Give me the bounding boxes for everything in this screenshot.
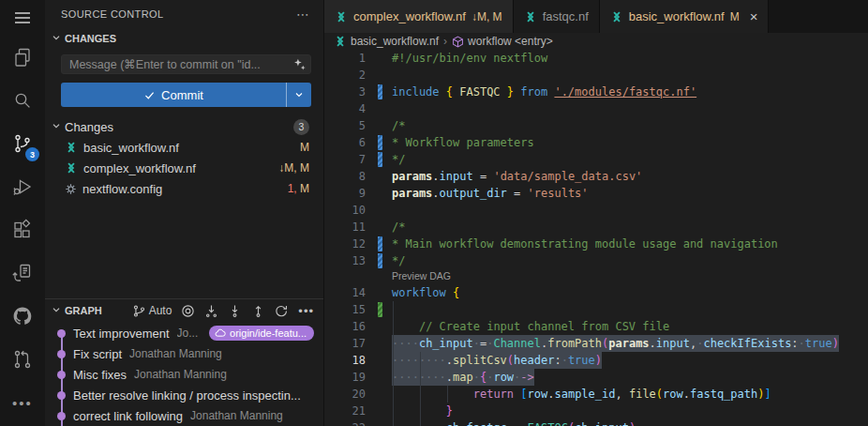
- code-text: */: [392, 252, 405, 269]
- breadcrumb-file[interactable]: basic_workflow.nf: [334, 35, 439, 48]
- tab-status-badge: M: [730, 10, 740, 23]
- code-line[interactable]: 4: [324, 100, 868, 117]
- file-name: complex_workflow.nf: [83, 161, 196, 175]
- code-text: include { FASTQC } from './modules/fastq…: [392, 84, 696, 100]
- code-line[interactable]: 5/*: [324, 117, 868, 134]
- code-line[interactable]: 20 return [row.sample_id, file(row.fastq…: [324, 386, 868, 403]
- push-icon[interactable]: [251, 304, 265, 318]
- code-line[interactable]: 15: [324, 301, 868, 318]
- scm-file-row[interactable]: nextflow.config1, M: [45, 178, 323, 199]
- code-line[interactable]: 18········.splitCsv(header:·true): [324, 352, 868, 369]
- gutter: [366, 67, 392, 84]
- tab-status-badge: ↓M, M: [471, 10, 502, 23]
- nextflow-icon: [610, 10, 623, 23]
- line-number: 21: [324, 403, 366, 419]
- scm-badge: 3: [25, 147, 39, 161]
- close-icon[interactable]: ×: [750, 9, 758, 23]
- code-line[interactable]: 14workflow {: [324, 284, 868, 301]
- gutter-change-marker: [378, 152, 382, 167]
- commit-row[interactable]: correct link followingJonathan Manning: [45, 405, 323, 426]
- menu-icon[interactable]: [0, 0, 45, 36]
- extensions-icon[interactable]: [0, 208, 45, 251]
- activity-bar: 3 •••: [0, 0, 45, 426]
- code-line[interactable]: 21 }: [324, 403, 868, 419]
- target-icon[interactable]: [181, 304, 195, 318]
- code-line[interactable]: 1#!/usr/bin/env nextflow: [324, 50, 868, 67]
- refresh-icon[interactable]: [275, 304, 289, 318]
- more-actions-icon[interactable]: •••: [0, 381, 45, 424]
- gutter: [366, 185, 392, 202]
- panel-title-row: SOURCE CONTROL ⋯: [45, 0, 323, 28]
- changes-tree-label: Changes: [65, 120, 113, 134]
- chevron-down-icon: [50, 119, 63, 135]
- code-line[interactable]: 17····ch_input·=·Channel.fromPath(params…: [324, 335, 868, 352]
- changes-tree-header[interactable]: Changes 3: [45, 116, 323, 137]
- fetch-icon[interactable]: [204, 304, 218, 318]
- code-text: /*: [392, 219, 405, 236]
- graph-toolbar: Auto •••: [132, 304, 314, 318]
- pull-icon[interactable]: [228, 304, 242, 318]
- branch-pill[interactable]: origin/ide-featu...: [209, 326, 314, 341]
- line-number: 10: [324, 202, 366, 219]
- code-line[interactable]: 22 ch_fastqc = FASTQC(ch_input): [324, 419, 868, 426]
- commit-dropdown-button[interactable]: [286, 83, 311, 107]
- gutter: [366, 100, 392, 117]
- tab[interactable]: complex_workflow.nf↓M, M: [324, 0, 514, 33]
- references-icon[interactable]: [0, 251, 45, 295]
- commit-button[interactable]: Commit: [61, 83, 311, 107]
- line-number: 8: [324, 168, 366, 185]
- branch-pill-label: origin/ide-featu...: [230, 327, 307, 339]
- tab-label: basic_workflow.nf: [629, 9, 725, 23]
- code-text: ····ch_input·=·Channel.fromPath(params.i…: [392, 335, 839, 352]
- run-and-debug-icon[interactable]: [0, 165, 45, 208]
- gutter-change-marker: [378, 135, 382, 150]
- gutter: [366, 301, 392, 318]
- code-line[interactable]: 11/*: [324, 219, 868, 236]
- line-number: 11: [324, 219, 366, 236]
- code-line[interactable]: 16 // Create input channel from CSV file: [324, 318, 868, 335]
- commit-row[interactable]: Misc fixesJonathan Manning: [45, 364, 323, 385]
- graph-section: GRAPH Auto ••• Text improvementJo...orig…: [45, 298, 323, 426]
- scm-file-row[interactable]: basic_workflow.nfM: [45, 137, 323, 158]
- commit-button-main[interactable]: Commit: [61, 83, 286, 107]
- panel-more-icon[interactable]: ⋯: [296, 7, 310, 22]
- check-icon: [143, 89, 156, 101]
- code-line[interactable]: 8params.input = 'data/sample_data.csv': [324, 168, 868, 185]
- commit-row[interactable]: Fix scriptJonathan Manning: [45, 343, 323, 364]
- commit-row[interactable]: Text improvementJo...origin/ide-featu...: [45, 323, 323, 343]
- explorer-icon[interactable]: [0, 36, 45, 79]
- breadcrumb-symbol[interactable]: workflow <entry>: [452, 35, 553, 48]
- code-line[interactable]: 19········.map·{·row·->: [324, 369, 868, 386]
- tab[interactable]: fastqc.nf: [514, 0, 600, 33]
- code-line[interactable]: 2: [324, 67, 868, 84]
- code-line[interactable]: 13*/: [324, 252, 868, 269]
- graph-header[interactable]: GRAPH Auto •••: [45, 299, 323, 322]
- changed-files-list: basic_workflow.nfMcomplex_workflow.nf↓M,…: [45, 137, 323, 199]
- commit-message: Text improvement: [73, 327, 170, 341]
- github-icon[interactable]: [0, 295, 45, 338]
- editor-group: complex_workflow.nf↓M, Mfastqc.nfbasic_w…: [324, 0, 868, 426]
- source-control-icon[interactable]: 3: [0, 122, 45, 165]
- code-line[interactable]: 9params.output_dir = 'results': [324, 185, 868, 202]
- branch-auto-button[interactable]: Auto: [132, 304, 172, 318]
- search-icon[interactable]: [0, 79, 45, 122]
- changes-section-header[interactable]: CHANGES: [45, 28, 323, 49]
- graph-more-icon[interactable]: •••: [298, 304, 314, 318]
- tab-active[interactable]: basic_workflow.nfM×: [600, 0, 770, 33]
- code-text: * Workflow parameters: [392, 134, 534, 151]
- pull-request-icon[interactable]: [0, 338, 45, 381]
- code-editor[interactable]: 1#!/usr/bin/env nextflow23include { FAST…: [324, 50, 868, 426]
- code-line[interactable]: 3include { FASTQC } from './modules/fast…: [324, 84, 868, 100]
- code-line[interactable]: 10: [324, 202, 868, 219]
- gutter: [366, 352, 392, 369]
- commit-row[interactable]: Better resolve linking / process inspect…: [45, 385, 323, 405]
- scm-file-row[interactable]: complex_workflow.nf↓M, M: [45, 158, 323, 178]
- code-line[interactable]: 7*/: [324, 151, 868, 168]
- codelens-preview-dag[interactable]: Preview DAG: [324, 269, 868, 284]
- sparkle-icon[interactable]: [292, 57, 307, 74]
- gutter-change-marker: [378, 302, 382, 317]
- code-text: ch_fastqc = FASTQC(ch_input): [392, 419, 636, 426]
- commit-message-input[interactable]: [61, 54, 311, 74]
- code-line[interactable]: 12* Main workflow demonstrating module u…: [324, 236, 868, 252]
- code-line[interactable]: 6* Workflow parameters: [324, 134, 868, 151]
